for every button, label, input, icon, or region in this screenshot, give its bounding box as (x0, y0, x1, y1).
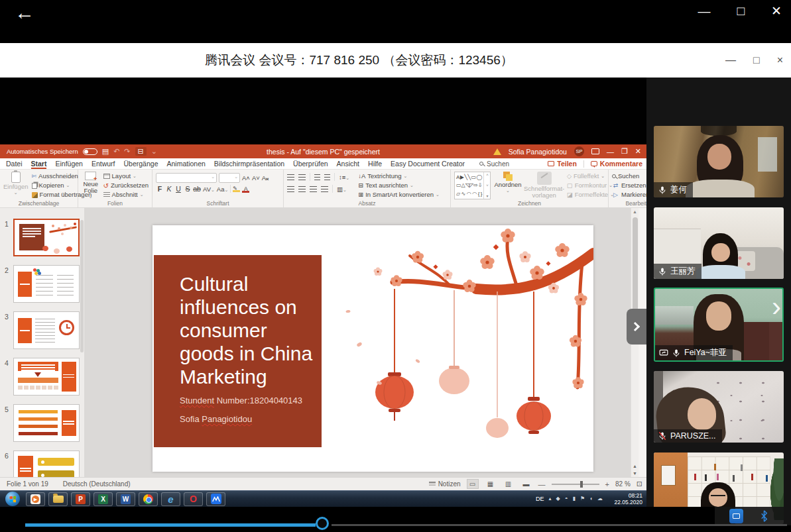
ribbon-search[interactable]: Suchen (479, 160, 509, 168)
file-explorer-taskbar-button[interactable] (48, 492, 68, 506)
tab-entwurf[interactable]: Entwurf (91, 158, 115, 169)
quick-styles-button[interactable]: Schnellformat- vorlagen (525, 172, 564, 199)
meeting-maximize-button[interactable]: □ (753, 54, 760, 66)
grow-font-button[interactable]: A˄ (242, 174, 250, 182)
shape-icon[interactable]: ⇩ (478, 182, 483, 188)
numbering-button[interactable] (298, 174, 306, 180)
align-right-button[interactable] (310, 186, 317, 192)
new-slide-button[interactable]: Neue Folie⌄ (82, 172, 100, 199)
hidden-icons-chevron[interactable]: ▴ (549, 496, 552, 502)
next-participants-button[interactable]: › (772, 293, 781, 321)
paste-button[interactable]: Einfügen⌄ (3, 172, 29, 199)
line-spacing-button[interactable]: ↕≡⌄ (339, 174, 349, 181)
participant-tile-1[interactable]: 姜何 (654, 126, 784, 197)
excel-taskbar-button[interactable]: X (93, 492, 113, 506)
tab-bildschirmpr-sentation[interactable]: Bildschirmpräsentation (214, 158, 284, 169)
media-player-taskbar-button[interactable] (26, 492, 45, 506)
sync-icon[interactable]: ◓ (565, 496, 568, 502)
outer-minimize-button[interactable]: — (698, 3, 711, 20)
shape-icon[interactable]: ◠ (472, 191, 477, 197)
shrink-font-button[interactable]: A˅ (252, 174, 260, 182)
tab-einf-gen[interactable]: Einfügen (55, 158, 82, 169)
slideshow-icon[interactable]: ⊟ (135, 147, 147, 156)
reset-button[interactable]: ↺Zurücksetzen (103, 182, 149, 189)
participant-tile-4[interactable]: PARUSZE... (654, 371, 784, 443)
meeting-minimize-button[interactable]: — (725, 54, 736, 66)
select-button[interactable]: ▷Markieren⌄ (612, 191, 646, 199)
tab-ansicht[interactable]: Ansicht (337, 158, 359, 169)
participant-tile-3[interactable]: FeiYa~菲亚 (654, 288, 784, 362)
shape-icon[interactable]: ▱ (456, 191, 460, 197)
thumbnail-scrollbar[interactable] (80, 220, 84, 352)
playback-progress-track[interactable] (332, 524, 787, 526)
slide-subtitle-student[interactable]: Stundent Number:18204040143 (180, 396, 302, 405)
slide-thumbnail-4[interactable] (13, 358, 80, 396)
slideshow-view-button[interactable]: ▬ (520, 479, 532, 489)
tab-animationen[interactable]: Animationen (166, 158, 205, 169)
account-name[interactable]: Sofia Panagiotidou (509, 148, 567, 156)
underline-button[interactable]: U (174, 185, 182, 193)
remote-app-tray-icon[interactable] (729, 509, 743, 523)
warning-icon[interactable] (493, 148, 501, 155)
reading-view-button[interactable]: ▥ (503, 479, 515, 489)
tab--berg-nge[interactable]: Übergänge (124, 158, 158, 169)
zoom-in-button[interactable]: + (605, 480, 609, 488)
scroll-up-icon[interactable]: ▲ (631, 209, 639, 214)
save-icon[interactable]: ▤ (102, 147, 109, 156)
shape-icon[interactable]: ◯ (476, 174, 482, 180)
next-slide-button[interactable]: ▼ (633, 471, 637, 476)
volume-icon[interactable]: ◖ (589, 496, 593, 502)
outer-close-button[interactable]: ✕ (771, 3, 782, 20)
font-size-select[interactable] (219, 173, 240, 183)
change-case-button[interactable]: Aa⌄ (217, 186, 229, 193)
shapes-gallery-scrollbar[interactable]: ˄˅▾ (483, 172, 490, 199)
powerpoint-taskbar-button[interactable]: P (71, 492, 90, 506)
tab-start[interactable]: Start (31, 158, 47, 169)
align-left-button[interactable] (287, 186, 294, 192)
shape-icon[interactable]: { (478, 191, 480, 197)
arrange-button[interactable]: Anordnen⌄ (494, 172, 521, 199)
taskbar-clock[interactable]: 08:21 22.05.2020 (614, 492, 642, 505)
participant-tile-2[interactable]: 王丽芳 (654, 207, 784, 279)
playback-progress-handle[interactable] (316, 517, 329, 530)
flag-icon[interactable]: ⚑ (580, 496, 585, 502)
tab--berpr-fen[interactable]: Überprüfen (293, 158, 328, 169)
columns-button[interactable]: ▥⌄ (337, 186, 347, 193)
outer-maximize-button[interactable]: □ (737, 3, 745, 20)
ribbon-display-options-icon[interactable] (591, 148, 599, 154)
shape-icon[interactable]: ◠ (467, 191, 471, 197)
current-slide[interactable]: Cultural influences on consumer goods in… (152, 225, 593, 472)
zoom-level[interactable]: 82 % (615, 480, 631, 488)
fit-slide-button[interactable]: ⊡ (637, 480, 642, 488)
ppt-minimize-button[interactable]: — (607, 148, 614, 156)
slide-subtitle-author[interactable]: Sofia Panagiotidou (180, 414, 252, 424)
zoom-out-button[interactable]: — (538, 480, 546, 488)
meeting-close-button[interactable]: × (777, 54, 783, 66)
tab-easy-document-creator[interactable]: Easy Document Creator (391, 158, 465, 169)
opera-taskbar-button[interactable]: O (184, 492, 203, 506)
replace-button[interactable]: ⇄Ersetzen⌄ (612, 182, 646, 189)
shape-effects-button[interactable]: ◪Formeffekte⌄ (567, 191, 614, 199)
bluetooth-icon[interactable] (759, 509, 769, 523)
decrease-indent-button[interactable] (314, 174, 320, 180)
comments-button[interactable]: Kommentare (591, 160, 642, 168)
character-spacing-button[interactable]: AV⌄ (203, 186, 215, 193)
align-text-button[interactable]: ⊟Text ausrichten⌄ (358, 182, 440, 189)
undo-icon[interactable]: ↶ (113, 147, 119, 156)
back-button[interactable]: ← (15, 1, 34, 24)
clear-formatting-button[interactable]: A𝄪 (262, 174, 269, 182)
text-direction-button[interactable]: ↓ATextrichtung⌄ (358, 172, 440, 180)
text-highlight-button[interactable]: ✎ (233, 186, 240, 192)
increase-indent-button[interactable] (324, 174, 330, 180)
share-button[interactable]: Teilen (548, 160, 577, 168)
notes-button[interactable]: Notizen (429, 480, 461, 488)
slide-thumbnail-6[interactable] (13, 451, 80, 477)
shape-outline-button[interactable]: ▢Formkontur⌄ (567, 182, 614, 189)
collapse-panel-button[interactable] (627, 309, 646, 345)
strikethrough-ab-button[interactable]: ab (193, 185, 201, 193)
shape-icon[interactable]: A (456, 174, 459, 180)
security-icon[interactable]: ◆ (556, 496, 560, 502)
chrome-taskbar-button[interactable] (139, 492, 158, 506)
section-button[interactable]: Abschnitt⌄ (103, 191, 149, 199)
strikethrough-button[interactable]: S (184, 185, 192, 193)
